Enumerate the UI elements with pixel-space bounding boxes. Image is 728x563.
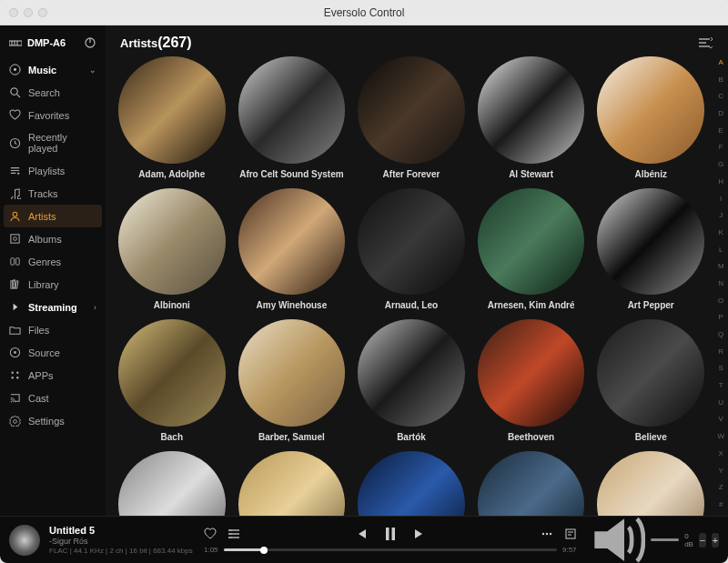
alpha-W[interactable]: W xyxy=(717,432,724,440)
artist-avatar xyxy=(118,188,226,296)
artist-card[interactable] xyxy=(118,451,226,516)
nav-item-favorites[interactable]: Favorites xyxy=(0,104,106,126)
artist-card[interactable]: Al Stewart xyxy=(478,56,585,179)
alpha-O[interactable]: O xyxy=(717,297,724,305)
volume-down-button[interactable]: − xyxy=(699,533,706,548)
alpha-H[interactable]: H xyxy=(717,177,724,186)
alpha-B[interactable]: B xyxy=(717,75,724,84)
nav-item-cast[interactable]: Cast xyxy=(0,387,106,409)
alpha-Z[interactable]: Z xyxy=(717,483,724,491)
nav-item-search[interactable]: Search xyxy=(0,81,106,104)
nav-item-playlists[interactable]: Playlists xyxy=(0,159,106,182)
artist-card[interactable] xyxy=(238,451,346,516)
artist-name: Bach xyxy=(161,432,183,442)
artist-name: Adam, Adolphe xyxy=(138,169,205,179)
speaker-icon[interactable] xyxy=(586,510,645,563)
alpha-Q[interactable]: Q xyxy=(717,330,724,338)
nav-streaming-header[interactable]: Streaming › xyxy=(0,296,106,318)
svg-point-24 xyxy=(12,372,14,374)
alpha-S[interactable]: S xyxy=(717,364,724,372)
lyrics-button[interactable] xyxy=(564,528,577,540)
svg-point-38 xyxy=(541,533,543,535)
artist-card[interactable]: Beethoven xyxy=(478,319,585,442)
artist-card[interactable]: Albéniz xyxy=(597,56,704,179)
alpha-J[interactable]: J xyxy=(717,211,724,219)
zoom-dot[interactable] xyxy=(38,8,47,17)
alpha-P[interactable]: P xyxy=(717,313,724,321)
artist-card[interactable] xyxy=(358,451,465,516)
artist-avatar xyxy=(478,319,585,427)
svg-point-39 xyxy=(545,533,547,535)
artist-card[interactable]: Bach xyxy=(118,319,226,442)
close-dot[interactable] xyxy=(9,8,18,17)
alpha-Y[interactable]: Y xyxy=(717,467,724,475)
progress-track[interactable] xyxy=(224,548,557,551)
pause-button[interactable] xyxy=(382,526,399,542)
prev-button[interactable] xyxy=(355,528,368,540)
alpha-G[interactable]: G xyxy=(717,160,724,168)
artist-card[interactable]: Afro Celt Sound System xyxy=(238,56,346,179)
alpha-C[interactable]: C xyxy=(717,92,724,100)
power-button[interactable] xyxy=(84,36,96,49)
nav-item-library[interactable]: Library xyxy=(0,273,106,296)
volume-up-button[interactable]: + xyxy=(712,533,719,548)
more-button[interactable] xyxy=(541,528,553,540)
favorite-button[interactable] xyxy=(204,528,217,540)
alpha-index[interactable]: ABCDEFGHIJKLMNOPQRSTUVWXYZ# xyxy=(717,58,724,508)
artist-avatar xyxy=(358,451,465,516)
nav-music-header[interactable]: Music ⌄ xyxy=(0,58,106,81)
alpha-M[interactable]: M xyxy=(717,262,724,270)
artist-card[interactable]: Believe xyxy=(597,319,704,442)
alpha-F[interactable]: F xyxy=(717,143,724,151)
alpha-N[interactable]: N xyxy=(717,279,724,287)
alpha-K[interactable]: K xyxy=(717,228,724,236)
volume-fill xyxy=(651,538,679,541)
alpha-E[interactable]: E xyxy=(717,126,724,135)
nav-item-artists[interactable]: Artists xyxy=(4,205,102,227)
artist-card[interactable]: Arnesen, Kim André xyxy=(478,188,585,311)
artist-avatar xyxy=(238,56,346,164)
artist-card[interactable]: Amy Winehouse xyxy=(238,188,346,311)
device-icon xyxy=(9,38,22,47)
artist-card[interactable]: Barber, Samuel xyxy=(238,319,346,442)
titlebar: Eversolo Control xyxy=(0,0,728,25)
nav-item-source[interactable]: Source xyxy=(0,341,106,364)
artist-card[interactable]: Albinoni xyxy=(118,188,226,311)
alpha-X[interactable]: X xyxy=(717,449,724,457)
alpha-D[interactable]: D xyxy=(717,109,724,117)
nav-item-settings[interactable]: Settings xyxy=(0,409,106,432)
nav-item-apps[interactable]: APPs xyxy=(0,364,106,387)
sort-button[interactable] xyxy=(697,36,713,49)
progress-thumb[interactable] xyxy=(260,547,268,554)
now-playing-art[interactable] xyxy=(9,525,40,556)
minimize-dot[interactable] xyxy=(24,8,33,17)
artist-grid-scroll[interactable]: Adam, AdolpheAfro Celt Sound SystemAfter… xyxy=(106,56,728,516)
nav-item-albums[interactable]: Albums xyxy=(0,227,106,250)
artist-card[interactable]: Arnaud, Leo xyxy=(358,188,465,311)
artist-card[interactable]: Bartók xyxy=(358,319,465,442)
nav-item-tracks[interactable]: Tracks xyxy=(0,182,106,205)
artist-card[interactable] xyxy=(478,451,585,516)
alpha-R[interactable]: R xyxy=(717,347,724,356)
svg-line-9 xyxy=(16,94,20,97)
artist-name: Art Pepper xyxy=(628,300,674,310)
queue-button[interactable] xyxy=(228,528,240,540)
nav-item-files[interactable]: Files xyxy=(0,318,106,341)
alpha-L[interactable]: L xyxy=(717,246,724,254)
alpha-T[interactable]: T xyxy=(717,381,724,389)
artist-card[interactable]: Adam, Adolphe xyxy=(118,56,226,179)
alpha-#[interactable]: # xyxy=(717,500,724,508)
artist-card[interactable] xyxy=(597,451,704,516)
svg-point-26 xyxy=(12,377,14,378)
alpha-A[interactable]: A xyxy=(717,58,724,66)
alpha-U[interactable]: U xyxy=(717,398,724,407)
artist-card[interactable]: After Forever xyxy=(358,56,465,179)
nav-item-recently-played[interactable]: Recently played xyxy=(0,126,106,159)
nav-item-genres[interactable]: Genres xyxy=(0,250,106,273)
artist-avatar xyxy=(597,451,704,516)
alpha-I[interactable]: I xyxy=(717,195,724,203)
next-button[interactable] xyxy=(413,528,426,540)
artist-card[interactable]: Art Pepper xyxy=(597,188,704,311)
alpha-V[interactable]: V xyxy=(717,415,724,423)
volume-track[interactable] xyxy=(651,538,679,541)
